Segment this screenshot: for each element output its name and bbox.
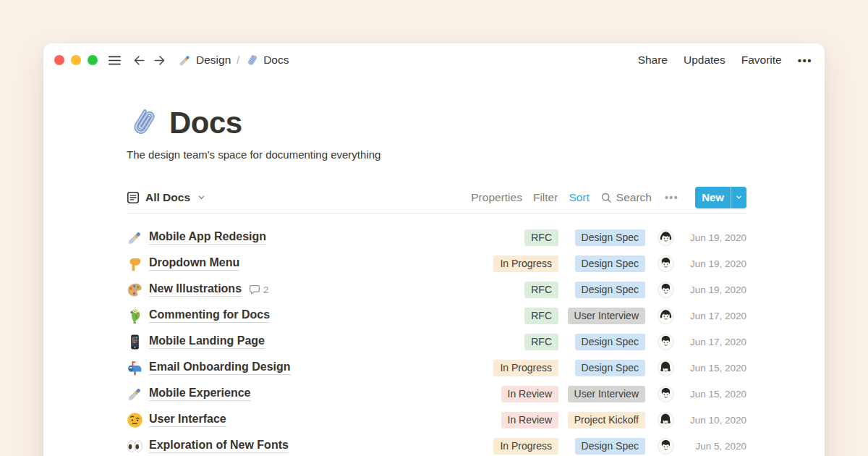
avatar — [658, 229, 674, 246]
type-tag[interactable]: Design Spec — [575, 282, 645, 298]
type-tag[interactable]: Design Spec — [575, 438, 645, 455]
face-raised-eyebrow-icon — [127, 412, 143, 428]
paintbrush-icon — [127, 386, 143, 402]
type-tag[interactable]: User Interview — [568, 308, 645, 324]
minimize-button[interactable] — [71, 55, 81, 65]
status-tag[interactable]: RFC — [524, 334, 558, 350]
doc-date: Jun 19, 2020 — [686, 258, 746, 269]
type-tag[interactable]: Project Kickoff — [568, 412, 645, 428]
avatar — [658, 360, 674, 376]
breadcrumb-separator: / — [237, 54, 239, 66]
doc-date: Jun 15, 2020 — [686, 363, 746, 373]
search-icon — [600, 192, 612, 203]
doc-date: Jun 5, 2020 — [686, 441, 746, 452]
close-button[interactable] — [54, 55, 64, 65]
doc-title-link[interactable]: Exploration of New Fonts — [149, 439, 289, 453]
doc-title-link[interactable]: Mobile Experience — [149, 387, 251, 401]
avatar — [658, 256, 674, 272]
more-menu-button[interactable]: ••• — [798, 54, 812, 67]
mobile-phone-icon — [127, 334, 143, 350]
chevron-down-icon — [197, 193, 205, 201]
status-tag[interactable]: RFC — [524, 308, 558, 324]
table-row: Commenting for DocsRFCUser InterviewJun … — [127, 303, 746, 329]
docs-paperclip-icon — [245, 54, 259, 67]
table-row: Email Onboarding DesignIn ProgressDesign… — [127, 355, 746, 381]
filter-button[interactable]: Filter — [533, 191, 558, 204]
breadcrumb: Design / Docs — [178, 54, 289, 67]
new-button-label: New — [695, 187, 731, 208]
paintbrush-icon — [127, 229, 143, 246]
type-tag[interactable]: Design Spec — [575, 229, 645, 246]
doc-title-link[interactable]: Commenting for Docs — [149, 308, 270, 323]
zoom-button[interactable] — [88, 55, 98, 65]
comment-count[interactable]: 2 — [249, 284, 269, 295]
page-title: Docs — [169, 106, 242, 140]
doc-title-link[interactable]: User Interface — [149, 413, 226, 427]
status-tag[interactable]: RFC — [524, 229, 558, 246]
view-toolbar: All Docs Properties Filter Sort Search •… — [127, 182, 746, 214]
avatar — [658, 334, 674, 350]
doc-date: Jun 15, 2020 — [686, 389, 746, 400]
avatar — [658, 308, 674, 324]
parrot-icon — [127, 308, 143, 324]
comment-bubble-icon — [249, 284, 260, 295]
doc-date: Jun 17, 2020 — [686, 311, 746, 321]
eyes-icon — [127, 438, 143, 455]
properties-button[interactable]: Properties — [471, 191, 522, 204]
traffic-lights — [54, 55, 98, 65]
page-subtitle: The design team's space for documenting … — [127, 148, 746, 161]
palette-icon — [127, 282, 143, 298]
type-tag[interactable]: User Interview — [568, 386, 645, 402]
status-tag[interactable]: RFC — [524, 282, 558, 298]
app-window: Design / Docs Share Updates Favorite •••… — [43, 43, 825, 456]
status-tag[interactable]: In Review — [501, 412, 558, 428]
avatar — [658, 412, 674, 428]
doc-title-link[interactable]: Email Onboarding Design — [149, 360, 291, 375]
status-tag[interactable]: In Progress — [493, 256, 558, 272]
new-button[interactable]: New — [695, 187, 746, 208]
doc-date: Jun 19, 2020 — [686, 232, 746, 243]
table-row: User InterfaceIn ReviewProject KickoffJu… — [127, 407, 746, 433]
new-button-dropdown[interactable] — [731, 187, 746, 208]
mailbox-icon — [127, 360, 143, 376]
table-row: Dropdown MenuIn ProgressDesign SpecJun 1… — [127, 250, 746, 276]
list-view-icon — [127, 191, 140, 204]
design-paintbrush-icon — [178, 54, 192, 67]
sidebar-menu-icon[interactable] — [107, 53, 122, 68]
avatar — [658, 438, 674, 455]
favorite-button[interactable]: Favorite — [741, 54, 782, 67]
doc-title-link[interactable]: New Illustrations — [149, 282, 242, 297]
window-titlebar: Design / Docs Share Updates Favorite ••• — [43, 43, 825, 77]
status-tag[interactable]: In Progress — [493, 360, 558, 376]
type-tag[interactable]: Design Spec — [575, 334, 645, 350]
table-row: Exploration of New FontsIn ProgressDesig… — [127, 433, 746, 456]
status-tag[interactable]: In Progress — [493, 438, 558, 455]
docs-table: Mobile App RedesignRFCDesign SpecJun 19,… — [127, 224, 746, 456]
page-paperclip-icon[interactable] — [127, 106, 160, 140]
updates-button[interactable]: Updates — [684, 54, 726, 67]
doc-date: Jun 10, 2020 — [686, 415, 746, 426]
hand-pointing-down-icon — [127, 256, 143, 272]
doc-title-link[interactable]: Dropdown Menu — [149, 256, 239, 271]
avatar — [658, 386, 674, 402]
type-tag[interactable]: Design Spec — [575, 256, 645, 272]
table-row: Mobile Landing PageRFCDesign SpecJun 17,… — [127, 329, 746, 355]
table-row: Mobile App RedesignRFCDesign SpecJun 19,… — [127, 224, 746, 250]
share-button[interactable]: Share — [638, 54, 668, 67]
table-row: Mobile ExperienceIn ReviewUser Interview… — [127, 381, 746, 407]
forward-arrow-icon[interactable] — [153, 54, 166, 67]
status-tag[interactable]: In Review — [501, 386, 558, 402]
breadcrumb-docs[interactable]: Docs — [263, 54, 289, 67]
search-button[interactable]: Search — [600, 191, 652, 204]
view-switcher[interactable]: All Docs — [127, 191, 205, 204]
doc-title-link[interactable]: Mobile Landing Page — [149, 334, 265, 349]
avatar — [658, 282, 674, 298]
back-arrow-icon[interactable] — [132, 54, 146, 67]
sort-button[interactable]: Sort — [569, 191, 589, 204]
view-label: All Docs — [145, 191, 190, 204]
toolbar-more-button[interactable]: ••• — [665, 192, 678, 203]
doc-title-link[interactable]: Mobile App Redesign — [149, 230, 266, 245]
doc-date: Jun 17, 2020 — [686, 337, 746, 347]
type-tag[interactable]: Design Spec — [575, 360, 645, 376]
breadcrumb-design[interactable]: Design — [196, 54, 231, 67]
